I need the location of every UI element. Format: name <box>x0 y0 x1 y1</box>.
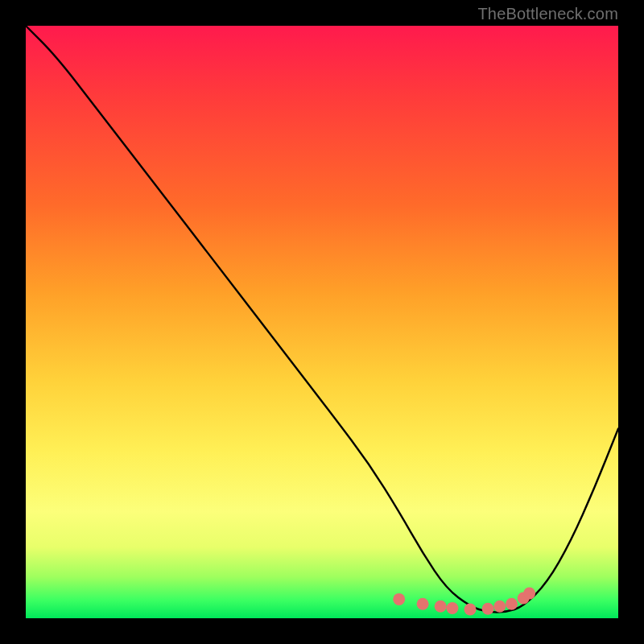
valley-marker <box>523 588 535 600</box>
valley-marker <box>435 601 447 613</box>
valley-marker <box>482 603 494 615</box>
plot-area <box>26 26 618 618</box>
valley-marker <box>393 593 405 605</box>
valley-marker <box>506 598 518 610</box>
attribution-label: TheBottleneck.com <box>477 5 618 23</box>
valley-marker <box>446 602 458 614</box>
valley-marker <box>417 598 429 610</box>
valley-marker <box>464 604 477 616</box>
bottleneck-curve-line <box>26 26 618 613</box>
valley-marker <box>493 601 506 613</box>
chart-frame: TheBottleneck.com <box>0 0 644 644</box>
bottleneck-curve-svg <box>26 26 618 618</box>
